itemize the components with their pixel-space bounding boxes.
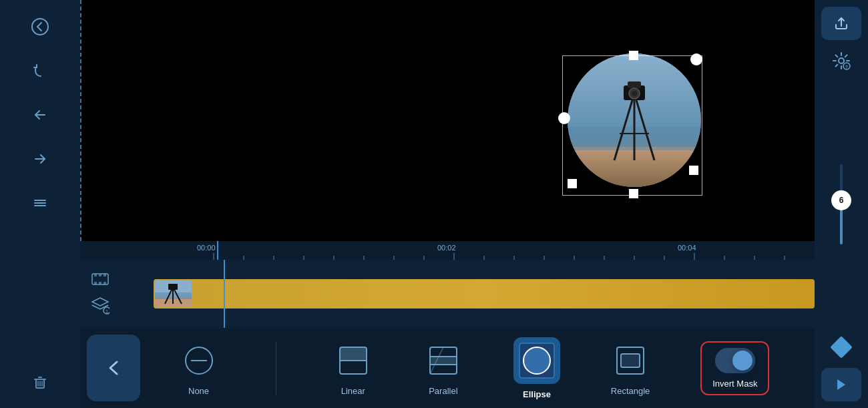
svg-rect-49 [103, 282, 106, 284]
undo-button[interactable] [13, 95, 67, 135]
volume-value: 6 [839, 196, 844, 205]
volume-slider[interactable]: 6 [840, 164, 843, 244]
timecode-0: 00:00 [197, 244, 216, 252]
delete-button[interactable] [13, 361, 67, 401]
invert-mask-icon [715, 348, 755, 373]
track-thumbnail [155, 280, 192, 307]
keyframe-button[interactable] [821, 331, 861, 364]
none-label: None [188, 386, 209, 396]
left-border [80, 0, 81, 241]
right-sidebar: ? 6 [815, 0, 868, 408]
diamond-icon [830, 336, 853, 359]
rectangle-label: Rectangle [611, 386, 650, 396]
track-icon-film[interactable] [91, 270, 110, 292]
ellipse-label: Ellipse [523, 389, 551, 399]
play-button[interactable] [821, 368, 861, 401]
svg-text:1: 1 [105, 309, 109, 315]
rectangle-icon [610, 341, 650, 381]
mask-option-ellipse[interactable]: Ellipse [513, 337, 560, 399]
track-icon-layers[interactable]: 1 [91, 296, 110, 318]
timeline-area: 00:00 00:02 00:04 [80, 241, 815, 328]
thumbnail-svg [155, 280, 192, 307]
svg-rect-59 [168, 284, 178, 290]
svg-marker-79 [837, 379, 845, 390]
timecode-4: 00:04 [678, 244, 696, 252]
svg-rect-45 [99, 274, 101, 276]
svg-marker-50 [92, 298, 108, 306]
parallel-icon [423, 341, 463, 381]
back-button[interactable] [87, 335, 140, 401]
svg-rect-46 [103, 274, 106, 276]
invert-mask-label: Invert Mask [712, 379, 757, 389]
undo-curved-button[interactable] [13, 51, 67, 91]
volume-area: 6 [840, 81, 843, 327]
svg-rect-47 [94, 282, 97, 284]
timecode-ruler: 00:00 00:02 00:04 [80, 241, 815, 260]
back-circle-button[interactable] [13, 7, 67, 47]
playhead[interactable] [217, 241, 218, 260]
svg-rect-63 [340, 347, 367, 361]
menu-button[interactable] [13, 183, 67, 223]
mask-option-linear[interactable]: Linear [333, 341, 373, 396]
svg-rect-68 [430, 357, 457, 365]
main-content: 00:00 00:02 00:04 [80, 0, 815, 408]
parallel-label: Parallel [429, 386, 457, 396]
video-preview [80, 0, 815, 241]
none-icon [179, 341, 219, 381]
track-content [120, 260, 815, 328]
mask-option-rectangle[interactable]: Rectangle [610, 341, 650, 396]
timecode-2: 00:02 [437, 244, 456, 252]
video-track[interactable] [154, 279, 815, 309]
volume-knob[interactable]: 6 [831, 190, 851, 210]
settings-button[interactable]: ? [821, 44, 861, 77]
left-sidebar [0, 0, 80, 408]
svg-point-0 [32, 19, 48, 35]
ellipse-icon [513, 337, 560, 384]
track-controls: 1 [80, 260, 120, 328]
svg-text:?: ? [845, 65, 848, 69]
track-playhead [224, 260, 225, 328]
mask-option-parallel[interactable]: Parallel [423, 341, 463, 396]
timeline-tracks: 1 [80, 260, 815, 328]
mask-overlay [548, 33, 721, 220]
share-button[interactable] [821, 7, 861, 40]
mask-divider [276, 341, 276, 395]
svg-rect-74 [621, 354, 640, 367]
svg-point-76 [839, 58, 844, 63]
svg-rect-44 [94, 274, 97, 276]
linear-label: Linear [341, 386, 365, 396]
bounding-box [562, 55, 702, 196]
mask-option-none[interactable]: None [179, 341, 219, 396]
linear-icon [333, 341, 373, 381]
bottom-toolbar: None Linear [80, 328, 815, 408]
invert-mask-button[interactable]: Invert Mask [700, 341, 769, 395]
redo-button[interactable] [13, 139, 67, 179]
svg-rect-48 [99, 282, 101, 284]
mask-options: None Linear [140, 337, 808, 399]
